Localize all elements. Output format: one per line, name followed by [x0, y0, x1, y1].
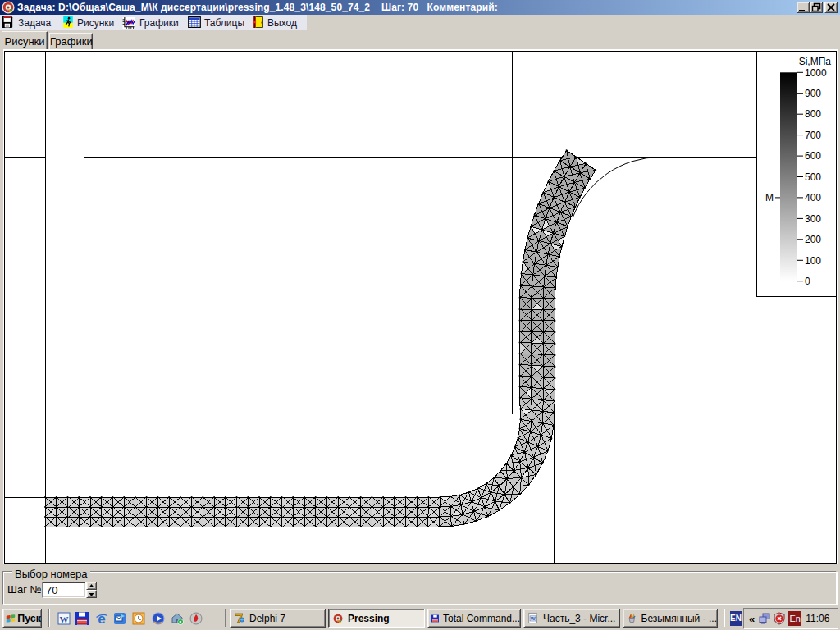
svg-text:800: 800	[805, 108, 821, 120]
svg-text:200: 200	[805, 234, 821, 245]
svg-text:100: 100	[805, 255, 821, 267]
svg-text:600: 600	[805, 150, 821, 162]
svg-text:400: 400	[805, 192, 821, 203]
svg-text:W: W	[60, 614, 69, 624]
svg-text:e: e	[98, 612, 105, 625]
svg-text:900: 900	[805, 88, 821, 99]
svg-text:Si,МПа: Si,МПа	[799, 56, 832, 67]
svg-text:0: 0	[805, 276, 810, 287]
svg-text:W: W	[531, 615, 536, 621]
svg-text:300: 300	[805, 213, 821, 225]
svg-text:700: 700	[805, 130, 821, 141]
svg-text:М: М	[765, 192, 774, 203]
svg-text:1000: 1000	[805, 67, 827, 79]
svg-text:500: 500	[805, 171, 821, 183]
